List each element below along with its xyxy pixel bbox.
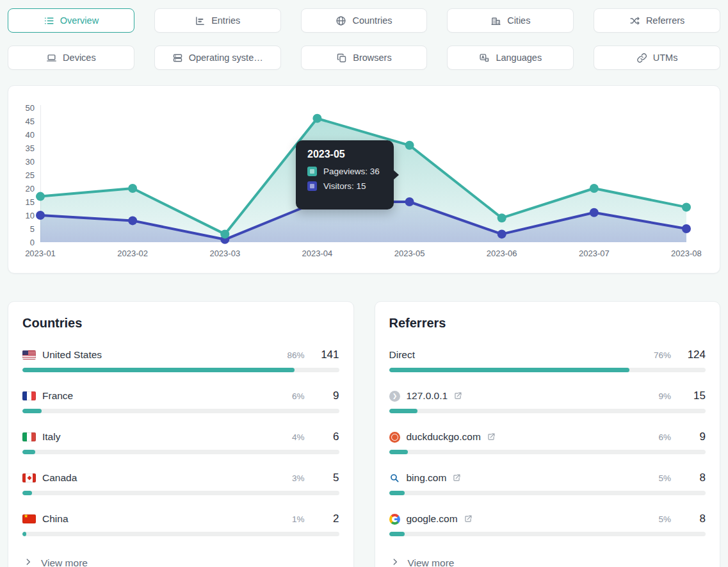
visitors-point-2023-02[interactable] [128,216,137,225]
tab-label: UTMs [653,53,678,63]
row-percent: 4% [275,432,305,442]
row-value: 5 [311,472,339,484]
row-label: google.com [407,513,458,525]
flag-cn-icon [22,514,36,523]
pageviews-point-2023-01[interactable] [36,192,45,201]
row-value: 9 [311,390,339,402]
progress-bar-track [22,450,339,454]
visitors-point-2023-08[interactable] [682,224,691,233]
tab-languages[interactable]: Languages [447,45,574,70]
tab-devices[interactable]: Devices [8,45,134,70]
tab-label: Devices [63,53,96,63]
y-axis-tick: 45 [26,117,35,126]
progress-bar-track [389,491,706,495]
row-value: 8 [677,472,706,484]
visitors-point-2023-05[interactable] [405,197,414,206]
pageviews-point-2023-07[interactable] [590,184,599,193]
tab-label: Referrers [646,15,684,26]
countries-card-title: Countries [22,316,339,331]
pageviews-point-2023-04[interactable] [312,114,321,123]
visitors-point-2023-01[interactable] [36,211,45,220]
tab-label: Languages [496,53,542,63]
chevron-right-icon [24,557,33,567]
tab-cities[interactable]: Cities [447,8,574,33]
row-percent: 3% [275,473,305,483]
pageviews-swatch-icon [307,167,317,176]
row-value: 15 [677,390,706,402]
external-link-icon[interactable] [453,391,462,400]
tab-entries[interactable]: Entries [154,8,281,33]
entries-chart-icon [195,15,206,26]
y-axis-tick: 15 [26,197,35,207]
external-link-icon[interactable] [464,514,473,523]
visitors-point-2023-07[interactable] [590,208,599,217]
row-label: Direct [389,349,415,361]
row-value: 141 [311,349,339,361]
countrie-row: Canada3%5 [22,472,339,495]
row-label: China [42,513,69,525]
tooltip-pageviews-row: Pageviews: 36 [307,167,384,176]
y-axis-tick: 20 [26,184,35,193]
tooltip-pageviews-value: Pageviews: 36 [323,167,380,176]
tab-label: Entries [211,15,240,26]
referrer-row: google.com5%8 [389,513,706,536]
tab-label: Countries [352,15,392,26]
progress-bar-track [389,532,706,536]
x-axis-tick: 2023-02 [117,249,148,258]
view-more-label: View more [408,557,455,567]
row-label: bing.com [407,472,447,484]
referrers-view-more-button[interactable]: View more [389,554,706,567]
row-value: 8 [677,513,706,525]
row-label: France [42,390,73,402]
progress-bar-fill [389,368,630,372]
visitors-point-2023-06[interactable] [497,229,506,238]
tab-utms[interactable]: UTMs [594,45,720,70]
pageviews-point-2023-02[interactable] [128,184,137,193]
x-axis-tick: 2023-04 [302,249,333,258]
countrie-row: France6%9 [22,390,339,413]
tab-overview[interactable]: Overview [8,8,134,33]
tab-browsers[interactable]: Browsers [301,45,428,70]
filter-tab-bar: OverviewEntriesCountriesCitiesReferrersD… [8,8,720,70]
progress-bar-fill [389,532,405,536]
tab-label: Browsers [353,53,391,63]
progress-bar-fill [389,409,418,413]
pageviews-point-2023-05[interactable] [405,141,414,150]
progress-bar-track [389,450,706,454]
row-value: 2 [311,513,339,525]
pageviews-point-2023-08[interactable] [682,202,691,211]
visitors-swatch-icon [307,181,317,191]
flag-it-icon [22,432,36,441]
referrers-card-title: Referrers [389,316,706,331]
progress-bar-fill [22,532,26,536]
external-link-icon[interactable] [487,432,496,441]
x-axis-tick: 2023-05 [394,249,425,258]
tab-countries[interactable]: Countries [301,8,428,33]
pageviews-point-2023-06[interactable] [497,213,506,222]
windows-icon [336,53,347,63]
row-percent: 1% [275,514,305,524]
x-axis-tick: 2023-03 [209,249,240,258]
progress-bar-track [22,532,339,536]
progress-bar-fill [389,450,408,454]
referrers-card: Referrers Direct76%124127.0.0.19%15duckd… [375,301,721,567]
progress-bar-track [22,368,339,372]
building-icon [490,15,501,26]
referrer-row: 127.0.0.19%15 [389,390,706,413]
y-axis-tick: 10 [26,211,35,220]
countries-card: Countries United States86%141France6%9It… [8,301,354,567]
pageviews-point-2023-03[interactable] [220,229,229,238]
x-axis-tick: 2023-08 [671,249,702,258]
laptop-icon [46,53,57,63]
tab-referrers[interactable]: Referrers [594,8,720,33]
countrie-row: China1%2 [22,513,339,536]
countries-view-more-button[interactable]: View more [22,554,339,567]
tab-operating-syste[interactable]: Operating syste… [154,45,281,70]
countrie-row: Italy4%6 [22,431,339,454]
external-link-icon[interactable] [452,473,461,482]
flag-us-icon [22,350,36,359]
tooltip-date-title: 2023-05 [307,149,384,160]
chevron-right-icon [391,557,400,567]
bing-favicon-icon [389,473,400,484]
view-more-label: View more [41,557,88,567]
